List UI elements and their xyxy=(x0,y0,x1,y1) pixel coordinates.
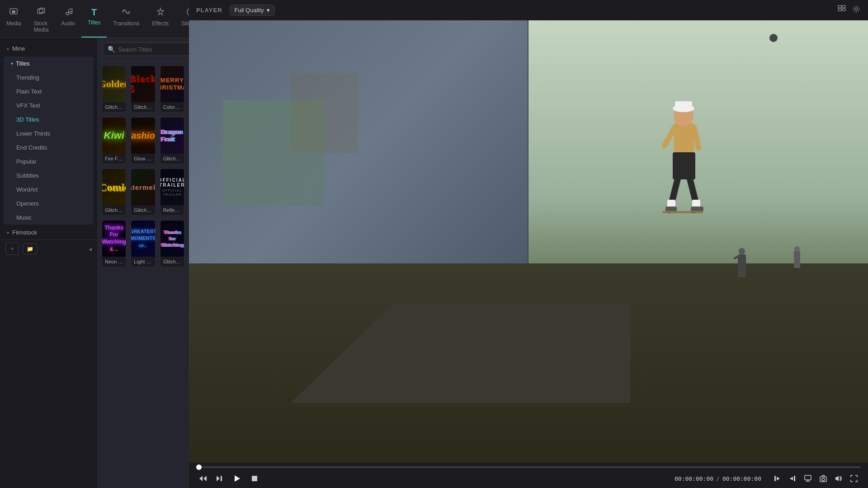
expand-button[interactable] xyxy=(847,473,861,484)
tab-media[interactable]: Media xyxy=(0,4,28,38)
sidebar-item-end-credits[interactable]: End Credits xyxy=(4,141,94,155)
svg-marker-43 xyxy=(235,475,240,482)
label-glitch-thanks-for-watching: Glitch Thanks for Watching xyxy=(160,257,184,267)
tab-media-label: Media xyxy=(6,20,21,27)
sidebar-bottom-bar: ＋ 📁 ◂ xyxy=(0,239,97,258)
sidebar: ▸ Mine ▾ Titles Trending Plain Text VFX … xyxy=(0,38,97,488)
scene-background xyxy=(189,20,868,463)
snapshot-button[interactable] xyxy=(816,473,830,484)
thumb-glitch-thanks-for-watching: Thanks forWatching xyxy=(160,221,184,257)
collapse-sidebar-button[interactable]: ◂ xyxy=(89,245,92,253)
controls-right xyxy=(770,473,861,484)
rewind-button[interactable] xyxy=(196,473,210,484)
mark-out-button[interactable] xyxy=(786,473,799,484)
sidebar-item-vfx-text[interactable]: VFX Text xyxy=(4,99,94,113)
tab-audio[interactable]: Audio xyxy=(55,4,81,38)
title-card-glitch-wasted[interactable]: Dragon Fruit Glitch Wasted xyxy=(160,117,184,164)
label-glow-wake-up: Glow Wake up xyxy=(131,154,155,164)
title-card-neon-thanks-for-watching[interactable]: Thanks ForWatching& ... Neon Thanks For … xyxy=(102,220,126,267)
sidebar-section-titles-label: Titles xyxy=(16,60,30,67)
thumb-glitch-wasted: Dragon Fruit xyxy=(160,117,184,154)
player-header-right xyxy=(837,5,861,16)
label-neon-thanks-for-watching: Neon Thanks For Watching xyxy=(102,257,126,267)
sidebar-item-wordart[interactable]: WordArt xyxy=(4,183,94,197)
chevron-right-mine: ▸ xyxy=(7,46,9,51)
svg-point-53 xyxy=(822,478,825,481)
add-media-button[interactable]: ＋ xyxy=(5,243,19,255)
step-forward-button[interactable] xyxy=(213,473,227,484)
sidebar-section-titles-header[interactable]: ▾ Titles xyxy=(4,56,94,70)
stock-media-icon xyxy=(37,7,46,19)
gallery-view-button[interactable] xyxy=(837,5,846,16)
sidebar-item-trending[interactable]: Trending xyxy=(4,70,94,84)
title-card-glitch-i-will-be-back[interactable]: Black 5 Glitch I Will Be Back xyxy=(131,66,155,113)
folder-button[interactable]: 📁 xyxy=(23,244,38,254)
svg-rect-45 xyxy=(774,476,776,481)
label-glitch-thanks: Glitch Thanks xyxy=(102,205,126,215)
tab-audio-label: Audio xyxy=(61,20,75,27)
progress-bar[interactable] xyxy=(196,466,861,468)
search-input[interactable] xyxy=(118,46,189,53)
label-fire-fear-nothing: Fire Fear Nothing xyxy=(102,154,126,164)
title-card-glitch-thanks[interactable]: Comic Glitch Thanks xyxy=(102,169,126,216)
svg-marker-41 xyxy=(217,476,220,481)
volume-button[interactable] xyxy=(832,473,845,484)
svg-rect-47 xyxy=(794,476,795,481)
title-card-reflection-official-trailer[interactable]: OFFICIAL TRAILER OFFICIAL TRAILER Reflec… xyxy=(160,169,184,216)
preview-in-player-button[interactable] xyxy=(801,473,815,484)
sidebar-item-openers[interactable]: Openers xyxy=(4,197,94,211)
svg-rect-19 xyxy=(842,5,845,8)
sidebar-section-titles: ▾ Titles Trending Plain Text VFX Text 3D… xyxy=(4,56,94,225)
top-nav: Media Stock Media Audio xyxy=(0,0,189,38)
svg-rect-1 xyxy=(12,10,15,13)
tab-titles-label: Titles xyxy=(88,19,100,26)
title-card-glitch-thanks-for-watching[interactable]: Thanks forWatching Glitch Thanks for Wat… xyxy=(160,220,184,267)
titles-icon: T xyxy=(91,7,97,18)
sidebar-item-popular[interactable]: Popular xyxy=(4,155,94,169)
settings-button[interactable] xyxy=(852,5,861,16)
title-card-glow-wake-up[interactable]: Fashion Glow Wake up xyxy=(131,117,155,164)
svg-marker-46 xyxy=(777,477,780,480)
titles-grid: Golden Glitch Life Record Black 5 Glitch… xyxy=(97,61,189,488)
svg-marker-40 xyxy=(203,476,207,481)
quality-selector[interactable]: Full Quality xyxy=(230,5,275,16)
svg-rect-49 xyxy=(805,475,811,480)
svg-rect-26 xyxy=(675,101,692,110)
mark-in-button[interactable] xyxy=(770,473,784,484)
tab-transitions[interactable]: Transitions xyxy=(107,4,146,38)
sidebar-item-subtitles[interactable]: Subtitles xyxy=(4,169,94,183)
play-button[interactable] xyxy=(231,473,244,484)
thumb-glitch-i-will-be-back: Black 5 xyxy=(131,66,155,102)
svg-marker-48 xyxy=(790,477,793,480)
svg-line-7 xyxy=(69,9,72,9)
chevron-down-titles: ▾ xyxy=(11,61,13,66)
sidebar-item-music[interactable]: Music xyxy=(4,211,94,225)
chevron-down-quality xyxy=(267,7,270,14)
sidebar-item-plain-text[interactable]: Plain Text xyxy=(4,84,94,99)
time-total: 00:00:00:00 xyxy=(722,475,761,482)
tab-effects[interactable]: Effects xyxy=(146,4,175,38)
title-card-colorful-retro[interactable]: MERRYCHRISTMAS Colorful Retro xyxy=(160,66,184,113)
title-card-fire-fear-nothing[interactable]: Kiwi Fire Fear Nothing xyxy=(102,117,126,164)
title-card-glitch-life-record[interactable]: Golden Glitch Life Record xyxy=(102,66,126,113)
sidebar-item-lower-thirds[interactable]: Lower Thirds xyxy=(4,127,94,141)
thumb-glitch-thanks: Comic xyxy=(102,169,126,205)
sidebar-section-filmstock-label: Filmstock xyxy=(12,229,37,236)
thumb-glitch-subscribe: Watermelon xyxy=(131,169,155,205)
tab-titles[interactable]: T Titles xyxy=(81,4,107,38)
sidebar-section-mine[interactable]: ▸ Mine xyxy=(0,42,97,56)
media-icon xyxy=(9,7,18,19)
label-colorful-retro: Colorful Retro xyxy=(160,102,184,112)
tab-stock-media[interactable]: Stock Media xyxy=(28,4,55,38)
sidebar-section-filmstock[interactable]: ▸ Filmstock xyxy=(0,225,97,239)
sidebar-item-3d-titles[interactable]: 3D Titles xyxy=(4,113,94,127)
label-glitch-i-will-be-back: Glitch I Will Be Back xyxy=(131,102,155,112)
progress-indicator[interactable] xyxy=(196,465,202,470)
player-area: PLAYER Full Quality xyxy=(189,0,868,488)
title-card-light-greatest-moments[interactable]: GREATESTMOMENTSOF... Light Greatest Mome… xyxy=(131,220,155,267)
thumb-neon-thanks-for-watching: Thanks ForWatching& ... xyxy=(102,221,126,257)
thumb-colorful-retro: MERRYCHRISTMAS xyxy=(160,66,184,102)
title-card-glitch-subscribe[interactable]: Watermelon Glitch SUBSCRIBE xyxy=(131,169,155,216)
label-glitch-subscribe: Glitch SUBSCRIBE xyxy=(131,205,155,215)
stop-button[interactable] xyxy=(248,473,261,484)
